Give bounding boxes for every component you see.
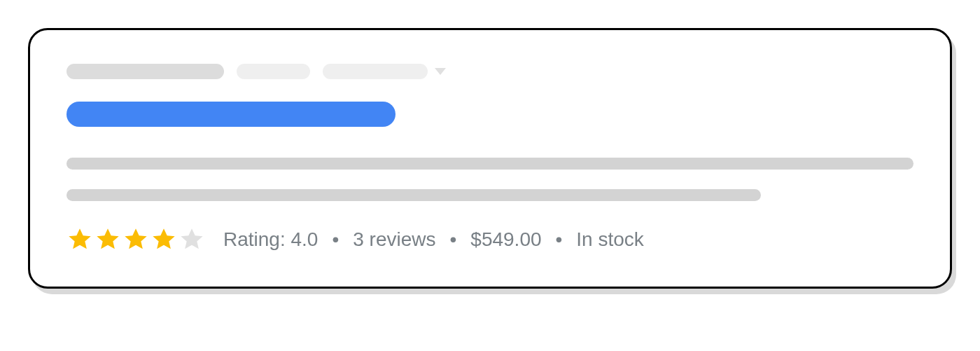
separator-dot: •	[556, 228, 563, 251]
rating-label: Rating: 4.0	[223, 228, 318, 251]
description-line-1	[66, 158, 913, 170]
description-line-2	[66, 189, 761, 201]
chevron-down-icon	[435, 68, 446, 75]
rating-row: Rating: 4.0 • 3 reviews • $549.00 • In s…	[66, 226, 913, 253]
breadcrumb-placeholder-3	[323, 64, 428, 79]
reviews-count[interactable]: 3 reviews	[353, 228, 435, 251]
stock-status: In stock	[576, 228, 643, 251]
result-title-link[interactable]	[66, 102, 396, 127]
breadcrumb-placeholder-2	[237, 64, 310, 79]
star-rating	[66, 226, 205, 253]
star-icon	[178, 226, 205, 253]
star-icon	[66, 226, 93, 253]
search-result-card: Rating: 4.0 • 3 reviews • $549.00 • In s…	[28, 28, 952, 289]
breadcrumb-row	[66, 64, 913, 79]
price-label: $549.00	[470, 228, 541, 251]
separator-dot: •	[332, 228, 339, 251]
star-icon	[94, 226, 121, 253]
breadcrumb-dropdown[interactable]	[323, 64, 446, 79]
separator-dot: •	[450, 228, 457, 251]
breadcrumb-placeholder-1	[66, 64, 224, 79]
star-icon	[150, 226, 177, 253]
star-icon	[122, 226, 149, 253]
